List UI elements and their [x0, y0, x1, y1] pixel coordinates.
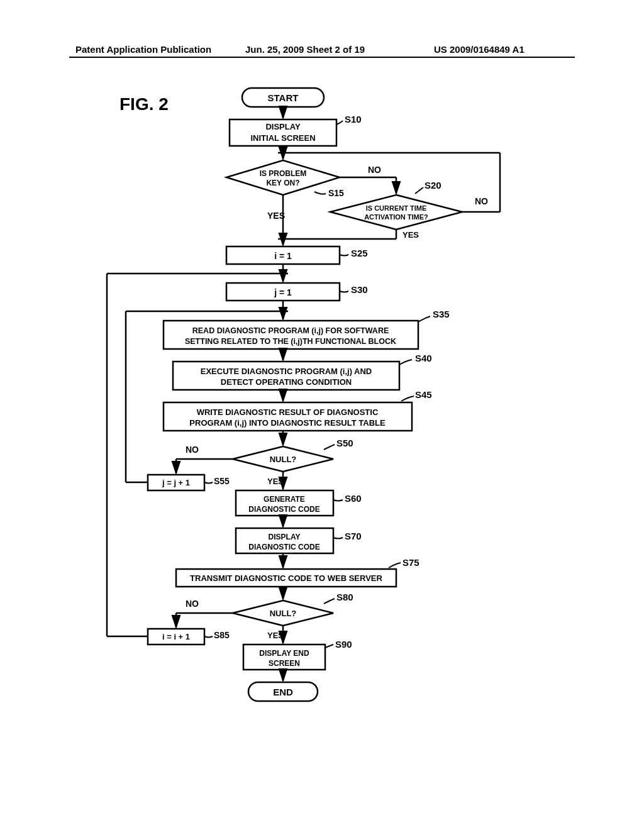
svg-text:DISPLAY: DISPLAY: [269, 533, 301, 541]
label-s45: S45: [415, 389, 432, 400]
label-s15: S15: [328, 188, 344, 198]
svg-text:ACTIVATION TIME?: ACTIVATION TIME?: [364, 213, 428, 221]
svg-text:SCREEN: SCREEN: [269, 659, 300, 668]
node-s15: IS PROBLEM KEY ON?: [226, 160, 340, 195]
svg-text:KEY ON?: KEY ON?: [266, 179, 299, 187]
label-s50: S50: [336, 438, 353, 448]
start-text: START: [268, 92, 299, 103]
svg-marker-12: [330, 195, 462, 230]
svg-text:END: END: [273, 687, 293, 697]
svg-text:GENERATE: GENERATE: [264, 495, 305, 504]
svg-text:DISPLAY: DISPLAY: [265, 122, 300, 131]
node-s70: DISPLAY DIAGNOSTIC CODE: [236, 528, 333, 553]
node-s75: TRANSMIT DIAGNOSTIC CODE TO WEB SERVER: [176, 569, 396, 587]
s20-no: NO: [475, 196, 488, 206]
node-s35: READ DIAGNOSTIC PROGRAM (i,j) FOR SOFTWA…: [164, 321, 418, 349]
node-s40: EXECUTE DIAGNOSTIC PROGRAM (i,j) AND DET…: [173, 362, 399, 390]
s20-yes: YES: [402, 230, 419, 240]
label-s55: S55: [214, 476, 230, 486]
s50-yes: YES: [267, 477, 284, 486]
node-s25: i = 1: [226, 246, 340, 264]
header-rule: [69, 57, 575, 58]
svg-text:NULL?: NULL?: [270, 455, 297, 464]
header-left: Patent Application Publication: [75, 44, 211, 55]
svg-text:IS PROBLEM: IS PROBLEM: [260, 169, 307, 178]
svg-text:i = 1: i = 1: [274, 251, 292, 261]
label-s30: S30: [351, 284, 368, 295]
flowchart: START DISPLAY INITIAL SCREEN S10 IS PROB…: [88, 82, 566, 799]
node-s50: NULL?: [233, 446, 333, 472]
header-right: US 2009/0164849 A1: [434, 44, 525, 55]
svg-text:NULL?: NULL?: [270, 609, 297, 618]
svg-text:j = 1: j = 1: [274, 287, 292, 297]
label-s75: S75: [402, 557, 419, 568]
node-start: START: [242, 88, 324, 107]
node-s30: j = 1: [226, 283, 340, 301]
node-end: END: [248, 682, 318, 701]
label-s20: S20: [425, 180, 441, 191]
svg-text:i = i + 1: i = i + 1: [162, 632, 190, 641]
s15-no: NO: [368, 165, 381, 175]
svg-text:DISPLAY END: DISPLAY END: [259, 649, 309, 658]
svg-text:EXECUTE DIAGNOSTIC PROGRAM (i,: EXECUTE DIAGNOSTIC PROGRAM (i,j) AND: [201, 367, 372, 376]
label-s80: S80: [336, 592, 353, 602]
label-s70: S70: [345, 531, 362, 541]
svg-text:j = j + 1: j = j + 1: [162, 478, 190, 487]
s80-no: NO: [186, 599, 199, 609]
page: Patent Application Publication Jun. 25, …: [0, 0, 644, 830]
node-s20: IS CURRENT TIME ACTIVATION TIME?: [330, 195, 462, 230]
node-s60: GENERATE DIAGNOSTIC CODE: [236, 490, 333, 516]
svg-text:WRITE DIAGNOSTIC RESULT OF DIA: WRITE DIAGNOSTIC RESULT OF DIAGNOSTIC: [197, 407, 379, 417]
label-s90: S90: [335, 639, 352, 650]
svg-text:DIAGNOSTIC CODE: DIAGNOSTIC CODE: [248, 505, 319, 514]
label-s35: S35: [433, 309, 450, 319]
header-center: Jun. 25, 2009 Sheet 2 of 19: [245, 44, 365, 55]
label-s85: S85: [214, 630, 230, 640]
node-s45: WRITE DIAGNOSTIC RESULT OF DIAGNOSTIC PR…: [164, 402, 412, 431]
label-s25: S25: [351, 248, 368, 258]
label-s60: S60: [345, 493, 362, 504]
svg-text:SETTING RELATED TO THE (i,j)TH: SETTING RELATED TO THE (i,j)TH FUNCTIONA…: [185, 337, 396, 346]
svg-text:READ DIAGNOSTIC PROGRAM (i,j) : READ DIAGNOSTIC PROGRAM (i,j) FOR SOFTWA…: [192, 326, 389, 335]
node-s85: i = i + 1: [148, 629, 204, 645]
svg-text:DIAGNOSTIC CODE: DIAGNOSTIC CODE: [248, 543, 319, 551]
node-s80: NULL?: [233, 600, 333, 626]
node-s55: j = j + 1: [148, 475, 204, 490]
s80-yes: YES: [267, 631, 284, 640]
svg-text:IS CURRENT TIME: IS CURRENT TIME: [366, 204, 427, 212]
svg-text:PROGRAM (i,j) INTO DIAGNOSTIC : PROGRAM (i,j) INTO DIAGNOSTIC RESULT TAB…: [189, 418, 386, 428]
s50-no: NO: [186, 445, 199, 455]
label-s40: S40: [415, 353, 432, 363]
svg-text:INITIAL SCREEN: INITIAL SCREEN: [250, 133, 315, 143]
label-s10: S10: [345, 114, 362, 124]
node-s10: DISPLAY INITIAL SCREEN: [230, 119, 336, 146]
svg-text:DETECT OPERATING CONDITION: DETECT OPERATING CONDITION: [221, 377, 352, 387]
svg-text:TRANSMIT DIAGNOSTIC CODE TO WE: TRANSMIT DIAGNOSTIC CODE TO WEB SERVER: [190, 573, 382, 583]
node-s90: DISPLAY END SCREEN: [243, 645, 325, 670]
